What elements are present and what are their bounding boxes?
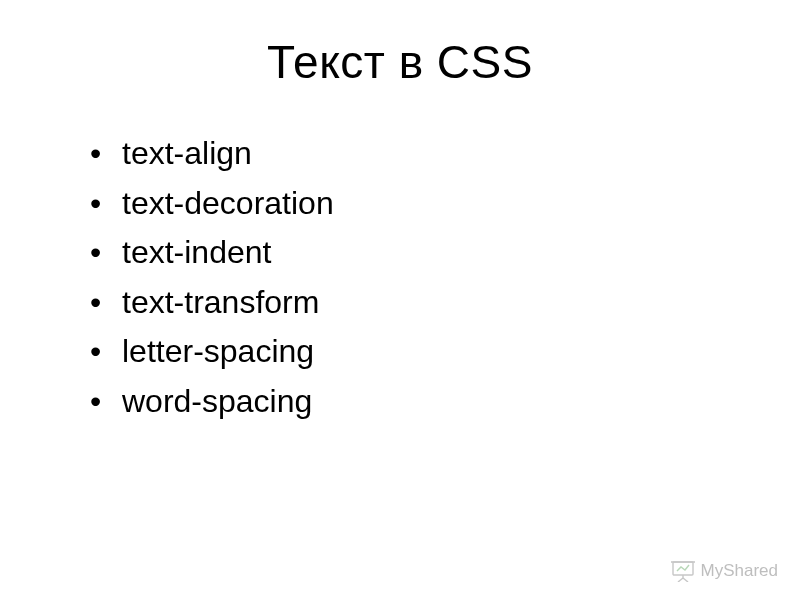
svg-line-4 bbox=[683, 578, 688, 582]
slide-title: Текст в CSS bbox=[60, 35, 740, 89]
svg-line-3 bbox=[678, 578, 683, 582]
bullet-list: text-align text-decoration text-indent t… bbox=[60, 129, 740, 427]
watermark: MyShared bbox=[671, 560, 778, 582]
list-item: letter-spacing bbox=[90, 327, 740, 377]
presentation-icon bbox=[671, 560, 695, 582]
slide-container: Текст в CSS text-align text-decoration t… bbox=[0, 0, 800, 600]
list-item: text-align bbox=[90, 129, 740, 179]
list-item: text-transform bbox=[90, 278, 740, 328]
list-item: word-spacing bbox=[90, 377, 740, 427]
list-item: text-indent bbox=[90, 228, 740, 278]
list-item: text-decoration bbox=[90, 179, 740, 229]
watermark-text: MyShared bbox=[701, 561, 778, 581]
